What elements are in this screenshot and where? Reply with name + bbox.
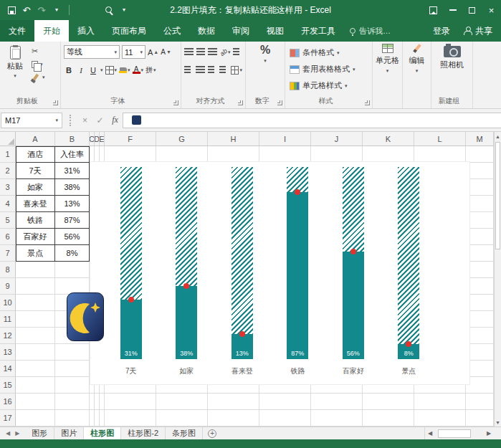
row-header-8[interactable]: 8 [0,262,16,278]
cell-B4[interactable]: 13% [55,196,90,212]
ribbon-tab-文件[interactable]: 文件 [0,20,34,42]
cell-B6[interactable]: 56% [55,229,90,245]
wrap-text-button[interactable] [233,48,242,56]
cell-B3[interactable]: 38% [55,179,90,196]
cell-C16[interactable] [90,394,95,410]
cell-F17[interactable] [105,410,156,426]
format-painter-button[interactable]: ▾ [32,72,45,82]
cell-I16[interactable] [259,394,311,410]
dialog-launcher-icon[interactable] [277,100,282,105]
sheet-tab-图片[interactable]: 图片 [54,427,84,439]
cell-B16[interactable] [55,394,90,410]
cell-D1[interactable] [95,146,100,163]
row-header-14[interactable]: 14 [0,361,16,377]
chart-bar-景点[interactable]: 8% [398,167,419,359]
cell-J17[interactable] [311,410,363,426]
formula-input[interactable] [123,113,501,128]
ribbon-tab-插入[interactable]: 插入 [69,20,103,42]
cell-A15[interactable] [16,377,55,394]
column-header-C[interactable]: C [90,132,95,146]
cell-J1[interactable] [311,146,363,163]
chart-bar-7天[interactable]: 31% [120,167,142,359]
cell-L17[interactable] [414,410,466,426]
italic-button[interactable]: I [76,64,86,76]
paste-button[interactable]: 粘贴 ▾ [3,44,27,96]
row-header-15[interactable]: 15 [0,377,16,394]
sheet-nav-left-button[interactable]: ◀ [6,430,10,437]
column-header-E[interactable]: E [100,132,105,146]
cell-B8[interactable] [55,262,90,278]
ribbon-tab-数据[interactable]: 数据 [189,20,224,42]
cell-A6[interactable]: 百家好 [16,229,55,245]
cell-H17[interactable] [208,410,259,426]
align-left-button[interactable] [184,66,193,74]
cell-A14[interactable] [16,361,55,377]
styles-item-套用表格格式[interactable]: 套用表格格式▾ [288,61,369,77]
underline-button[interactable]: U [88,64,98,76]
row-header-1[interactable]: 1 [0,146,16,163]
cell-F1[interactable] [105,146,156,163]
percent-style-button[interactable]: % [260,44,270,56]
cell-K1[interactable] [363,146,414,163]
cell-E17[interactable] [100,410,105,426]
cancel-button[interactable]: × [77,115,92,125]
cell-L16[interactable] [414,394,466,410]
cell-G16[interactable] [156,394,208,410]
merge-center-button[interactable]: ▾ [231,64,242,76]
scroll-down-button[interactable]: ▼ [495,418,501,426]
align-bottom-button[interactable] [208,48,217,56]
horizontal-scroll-track[interactable] [435,429,484,438]
cell-K16[interactable] [363,394,414,410]
align-center-button[interactable] [196,66,204,74]
dialog-launcher-icon[interactable] [53,100,58,105]
zoom-tool-button[interactable] [105,4,113,16]
cell-D17[interactable] [95,410,100,426]
new-sheet-button[interactable]: + [203,427,221,439]
column-header-G[interactable]: G [156,132,208,146]
column-header-L[interactable]: L [414,132,466,146]
chart-bar-喜来登[interactable]: 13% [232,167,253,359]
align-top-button[interactable] [184,48,194,56]
font-color-button[interactable]: A▾ [133,64,144,76]
row-header-3[interactable]: 3 [0,179,16,196]
zoom-tool-dropdown[interactable]: ▾ [120,4,128,16]
qat-customize-dropdown[interactable]: ▾ [52,4,61,16]
font-size-combobox[interactable]: 11▾ [122,45,145,59]
ribbon-tab-公式[interactable]: 公式 [155,20,189,42]
cell-E16[interactable] [100,394,105,410]
ribbon-tab-告诉我…[interactable]: 告诉我… [344,20,396,42]
borders-button[interactable]: ▾ [105,64,118,76]
sheet-nav-right-button[interactable]: ▶ [15,430,19,437]
cell-L1[interactable] [414,146,466,163]
cells-button[interactable]: 单元格 ▾ [373,42,402,108]
cell-M17[interactable] [466,410,494,426]
cell-A13[interactable] [16,344,55,361]
cell-I1[interactable] [259,146,311,163]
styles-item-单元格样式[interactable]: 单元格样式▾ [288,77,369,94]
cell-A10[interactable] [16,295,55,311]
cell-A1[interactable]: 酒店 [16,146,55,163]
column-header-F[interactable]: F [105,132,156,146]
cell-C1[interactable] [90,146,95,163]
cell-B7[interactable]: 8% [55,245,90,262]
cell-A17[interactable] [16,410,55,426]
chart-bar-铁路[interactable]: 87% [287,167,308,359]
vertical-scrollbar[interactable]: ▲ ▼ [494,132,501,426]
enter-button[interactable]: ✓ [92,115,108,125]
moon-app-icon[interactable] [67,292,104,341]
cell-H16[interactable] [208,394,259,410]
cell-A2[interactable]: 7天 [16,163,55,179]
cell-C17[interactable] [90,410,95,426]
row-header-10[interactable]: 10 [0,295,16,311]
column-header-A[interactable]: A [16,132,55,146]
row-header-6[interactable]: 6 [0,229,16,245]
column-header-K[interactable]: K [363,132,414,146]
row-header-16[interactable]: 16 [0,394,16,410]
editing-button[interactable]: 编辑 ▾ [403,42,431,108]
sheet-tab-柱形图[interactable]: 柱形图 [84,427,121,439]
chart-bar-如家[interactable]: 38% [176,167,197,359]
row-header-2[interactable]: 2 [0,163,16,179]
cell-B13[interactable] [55,344,90,361]
cell-A12[interactable] [16,328,55,344]
ribbon-tab-页面布局[interactable]: 页面布局 [103,20,155,42]
